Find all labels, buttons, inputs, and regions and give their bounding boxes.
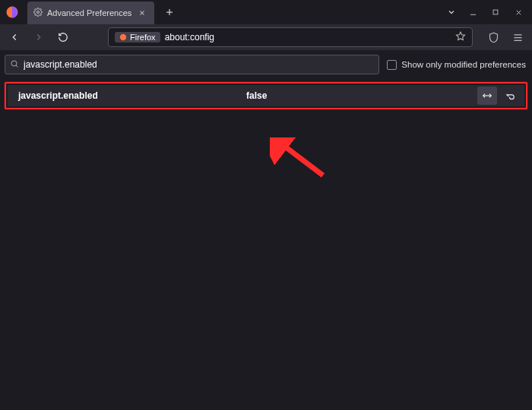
identity-box[interactable]: Firefox <box>115 32 160 43</box>
gear-icon <box>33 8 43 18</box>
identity-label: Firefox <box>130 33 156 42</box>
forward-button[interactable] <box>29 27 49 47</box>
show-modified-label: Show only modified preferences <box>401 60 526 69</box>
titlebar: Advanced Preferences <box>0 0 532 24</box>
firefox-app-icon <box>5 5 20 20</box>
browser-tab[interactable]: Advanced Preferences <box>27 2 154 24</box>
show-modified-toggle[interactable]: Show only modified preferences <box>387 60 527 70</box>
maximize-button[interactable] <box>485 2 506 23</box>
bookmark-star-icon[interactable] <box>455 31 466 44</box>
annotation-highlight-box: javascript.enabled false <box>5 82 527 109</box>
url-bar[interactable]: Firefox about:config <box>108 27 473 47</box>
about-config-content: Show only modified preferences javascrip… <box>0 50 532 410</box>
url-text: about:config <box>165 32 214 43</box>
preference-row[interactable]: javascript.enabled false <box>8 85 524 106</box>
nav-toolbar: Firefox about:config <box>0 24 532 50</box>
svg-rect-2 <box>493 10 498 14</box>
toggle-preference-button[interactable] <box>477 87 497 105</box>
search-row: Show only modified preferences <box>5 55 527 74</box>
preference-search-box[interactable] <box>5 55 379 74</box>
app-menu-button[interactable] <box>508 27 527 47</box>
checkbox-icon <box>387 60 397 70</box>
svg-point-3 <box>120 34 126 40</box>
preference-name: javascript.enabled <box>18 90 246 101</box>
reload-button[interactable] <box>53 27 73 47</box>
window-controls <box>462 2 529 23</box>
search-icon <box>10 59 19 71</box>
tabs-dropdown-button[interactable] <box>441 2 462 23</box>
annotation-arrow <box>270 137 338 183</box>
preference-value: false <box>246 90 267 101</box>
svg-point-4 <box>11 61 17 66</box>
back-button[interactable] <box>5 27 24 47</box>
reset-preference-button[interactable] <box>500 87 520 105</box>
svg-point-1 <box>37 11 40 14</box>
preference-search-input[interactable] <box>24 59 374 70</box>
tab-close-button[interactable] <box>136 7 148 19</box>
tab-title: Advanced Preferences <box>47 8 131 17</box>
close-window-button[interactable] <box>508 2 529 23</box>
shield-icon[interactable] <box>483 27 503 47</box>
svg-line-5 <box>279 142 323 175</box>
new-tab-button[interactable] <box>159 2 180 23</box>
minimize-button[interactable] <box>462 2 483 23</box>
